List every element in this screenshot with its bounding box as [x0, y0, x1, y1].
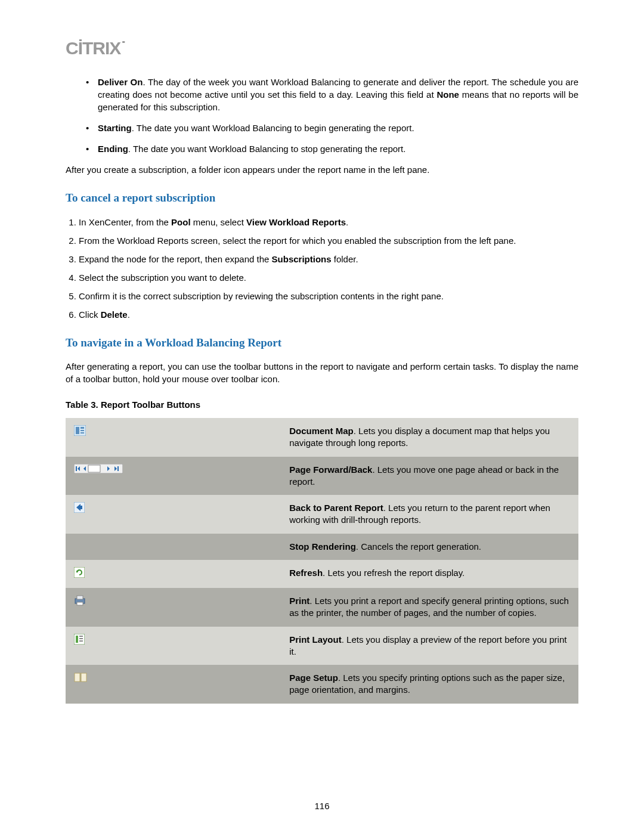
back-parent-icon — [74, 502, 85, 516]
table-caption: Table 3. Report Toolbar Buttons — [66, 398, 578, 411]
list-item: Confirm it is the correct subscription b… — [79, 290, 578, 302]
page-setup-icon — [74, 672, 87, 686]
list-item: Starting. The date you want Workload Bal… — [83, 122, 578, 134]
svg-rect-3 — [80, 430, 84, 431]
refresh-icon — [74, 567, 85, 581]
table-row: Back to Parent Report. Lets you return t… — [66, 495, 578, 534]
svg-rect-21 — [76, 636, 78, 643]
document-map-icon — [74, 425, 86, 439]
table-row: Document Map. Lets you display a documen… — [66, 418, 578, 457]
list-item: Ending. The date you want Workload Balan… — [83, 143, 578, 155]
svg-rect-18 — [77, 596, 83, 599]
list-item: From the Workload Reports screen, select… — [79, 234, 578, 247]
table-row: Refresh. Lets you refresh the report dis… — [66, 560, 578, 588]
toolbar-buttons-table: Document Map. Lets you display a documen… — [66, 418, 578, 704]
heading-navigate-report: To navigate in a Workload Balancing Repo… — [66, 335, 578, 351]
svg-rect-25 — [75, 673, 80, 682]
table-row: Print. Lets you print a report and speci… — [66, 588, 578, 627]
citrix-logo: CİTRIX˙ — [66, 36, 578, 61]
field-definitions-list: Deliver On. The day of the week you want… — [66, 76, 578, 155]
print-layout-icon — [74, 634, 85, 648]
svg-rect-26 — [81, 673, 86, 682]
svg-rect-15 — [74, 567, 85, 578]
table-row: Stop Rendering. Cancels the report gener… — [66, 534, 578, 560]
navigate-paragraph: After generating a report, you can use t… — [66, 360, 578, 385]
list-item: Expand the node for the report, then exp… — [79, 253, 578, 265]
svg-rect-7 — [76, 466, 77, 471]
table-row: Page Setup. Lets you specify printing op… — [66, 665, 578, 704]
cancel-steps-list: In XenCenter, from the Pool menu, select… — [66, 216, 578, 321]
svg-rect-1 — [76, 427, 79, 434]
svg-rect-2 — [80, 427, 84, 429]
list-item: In XenCenter, from the Pool menu, select… — [79, 216, 578, 228]
table-row: Page Forward/Back. Lets you move one pag… — [66, 457, 578, 496]
table-row: Print Layout. Lets you display a preview… — [66, 627, 578, 665]
svg-rect-4 — [80, 432, 84, 433]
page-nav-icon — [74, 464, 123, 476]
heading-cancel-subscription: To cancel a report subscription — [66, 190, 578, 206]
list-item: Select the subscription you want to dele… — [79, 271, 578, 284]
list-item: Deliver On. The day of the week you want… — [83, 76, 578, 113]
svg-rect-24 — [79, 640, 83, 642]
page-number: 116 — [0, 800, 644, 812]
after-subscription-note: After you create a subscription, a folde… — [66, 163, 578, 176]
svg-rect-9 — [88, 465, 100, 472]
print-icon — [74, 595, 86, 609]
svg-rect-12 — [117, 466, 119, 471]
svg-rect-22 — [79, 636, 83, 637]
svg-rect-19 — [77, 602, 83, 605]
list-item: Click Delete. — [79, 308, 578, 321]
svg-rect-23 — [79, 638, 83, 639]
